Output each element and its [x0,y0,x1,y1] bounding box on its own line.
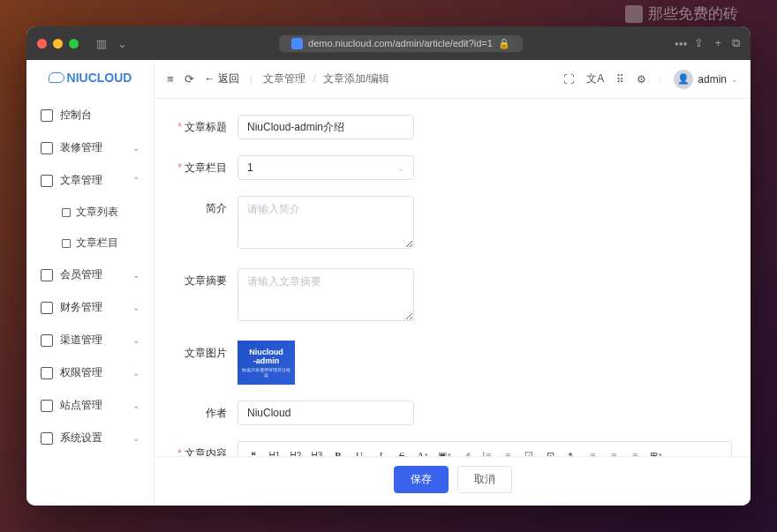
sidebar-toggle-icon[interactable]: ▥ [96,37,107,50]
content-label: 文章内容 [185,447,227,456]
link-tool[interactable]: ↖ [562,446,581,456]
list-icon [62,208,71,217]
refresh-icon[interactable]: ⟳ [185,72,194,86]
menu-label: 渠道管理 [60,333,102,348]
row-author: 作者 [174,401,731,425]
cancel-button[interactable]: 取消 [457,466,512,493]
sidebar-item-decoration[interactable]: 装修管理 ⌄ [26,131,154,164]
decoration-icon [41,142,53,154]
back-button[interactable]: ← 返回 [205,71,239,86]
align-right-tool[interactable]: ≡ [625,446,645,456]
close-window-button[interactable] [37,39,47,49]
category-value: 1 [247,161,253,174]
category-select[interactable]: 1 ⌄ [238,155,414,180]
chevron-down-icon: ⌄ [132,270,140,280]
align-center-tool[interactable]: ≡ [604,446,623,456]
underline-tool[interactable]: U [350,446,369,456]
editor-toolbar: ❝ H1 H2 H3 B U I S A ▣ ◿ ⁝≡ ≡ [238,441,732,456]
article-icon [41,175,53,187]
summary-textarea[interactable] [238,268,414,321]
language-icon[interactable]: 文A [586,71,604,86]
sidebar-item-sites[interactable]: 站点管理 ⌄ [26,389,154,422]
watermark-icon [625,5,643,23]
reader-icon[interactable]: ●●● [675,40,688,48]
user-menu[interactable]: 👤 admin ⌄ [674,70,738,89]
grid-icon[interactable]: ⠿ [616,73,624,86]
breadcrumb-1[interactable]: 文章管理 [263,72,306,85]
chevron-down-icon: ⌄ [132,401,140,410]
sidebar-item-finance[interactable]: 财务管理 ⌄ [26,291,154,324]
breadcrumb-2: 文章添加/编辑 [323,72,389,85]
menu-label: 财务管理 [60,300,102,315]
number-list-tool[interactable]: ≡ [498,446,517,456]
channel-icon [41,334,53,347]
lock-icon: 🔒 [498,38,510,49]
author-input[interactable] [238,401,414,425]
italic-tool[interactable]: I [371,446,390,456]
image-upload[interactable]: Niucloud -admin 快速开发通用管理后台框架 [238,341,295,385]
sidebar: NIUCLOUD 控制台 装修管理 ⌄ 文章管理 ⌃ [26,60,155,506]
chevron-down-icon: ⌄ [132,433,140,443]
h2-tool[interactable]: H2 [286,446,306,456]
font-color-tool[interactable]: A [413,446,433,456]
align-left-tool[interactable]: ≡ [583,446,602,456]
chevron-up-icon: ⌃ [132,176,140,185]
menu-label: 权限管理 [60,365,102,380]
intro-textarea[interactable] [238,196,414,249]
image-text1: Niucloud [249,348,283,356]
bullet-list-tool[interactable]: ⁝≡ [477,446,496,456]
watermark-text: 那些免费的砖 [648,4,738,24]
bold-tool[interactable]: B [328,446,348,456]
strike-tool[interactable]: S [392,446,411,456]
minimize-window-button[interactable] [53,39,63,49]
table-tool[interactable]: ⊞ [646,446,666,456]
quote-tool[interactable]: ❝ [244,446,263,456]
url-bar[interactable]: demo.niucloud.com/admin/article/edit?id=… [279,35,523,52]
gear-icon [41,432,53,445]
menu-label: 站点管理 [60,398,102,413]
sidebar-menu: 控制台 装修管理 ⌄ 文章管理 ⌃ 文章列表 文 [26,95,154,458]
row-image: 文章图片 Niucloud -admin 快速开发通用管理后台框架 [174,341,731,385]
check-tool[interactable]: ☑ [519,446,539,456]
summary-label: 文章摘要 [185,274,227,287]
chevron-down-icon: ⌄ [132,368,140,378]
title-input[interactable] [238,115,414,139]
chevron-down-icon: ⌄ [132,335,140,345]
fullscreen-icon[interactable]: ⛶ [563,73,574,86]
submenu-article-category[interactable]: 文章栏目 [26,228,154,259]
logo-area[interactable]: NIUCLOUD [26,60,154,95]
site-icon [291,38,303,49]
h3-tool[interactable]: H3 [307,446,327,456]
eraser-tool[interactable]: ◿ [456,446,475,456]
browser-titlebar: ▥ ⌄ demo.niucloud.com/admin/article/edit… [26,26,751,60]
save-button[interactable]: 保存 [394,466,449,493]
topbar: ≡ ⟳ ← 返回 | 文章管理 / 文章添加/编辑 ⛶ 文A ⠿ ⚙ | [155,60,751,99]
sidebar-item-console[interactable]: 控制台 [26,99,154,131]
image-tool[interactable]: ⊡ [540,446,560,456]
share-icon[interactable]: ⇪ [694,36,704,50]
traffic-lights [37,39,79,49]
menu-toggle-icon[interactable]: ≡ [167,72,174,86]
maximize-window-button[interactable] [69,39,79,49]
chevron-down-icon: ⌄ [132,303,140,312]
image-sub: 快速开发通用管理后台框架 [240,367,292,378]
back-label: 返回 [218,72,239,85]
settings-icon[interactable]: ⚙ [637,73,646,86]
h1-tool[interactable]: H1 [265,446,284,456]
chevron-down-icon: ⌄ [397,163,404,173]
category-icon [62,239,71,248]
submenu-label: 文章列表 [76,205,118,220]
new-tab-icon[interactable]: + [714,36,721,50]
submenu-article-list[interactable]: 文章列表 [26,197,154,228]
footer-actions: 保存 取消 [155,456,751,506]
row-category: *文章栏目 1 ⌄ [174,155,731,180]
sidebar-item-system[interactable]: 系统设置 ⌄ [26,422,154,454]
sidebar-item-channel[interactable]: 渠道管理 ⌄ [26,324,154,356]
bg-color-tool[interactable]: ▣ [434,446,454,456]
tabs-icon[interactable]: ⧉ [732,36,740,50]
sidebar-item-member[interactable]: 会员管理 ⌄ [26,259,154,291]
app-body: NIUCLOUD 控制台 装修管理 ⌄ 文章管理 ⌃ [26,60,751,506]
chevron-down-icon[interactable]: ⌄ [117,37,127,50]
sidebar-item-article[interactable]: 文章管理 ⌃ [26,164,154,197]
sidebar-item-permission[interactable]: 权限管理 ⌄ [26,356,154,389]
